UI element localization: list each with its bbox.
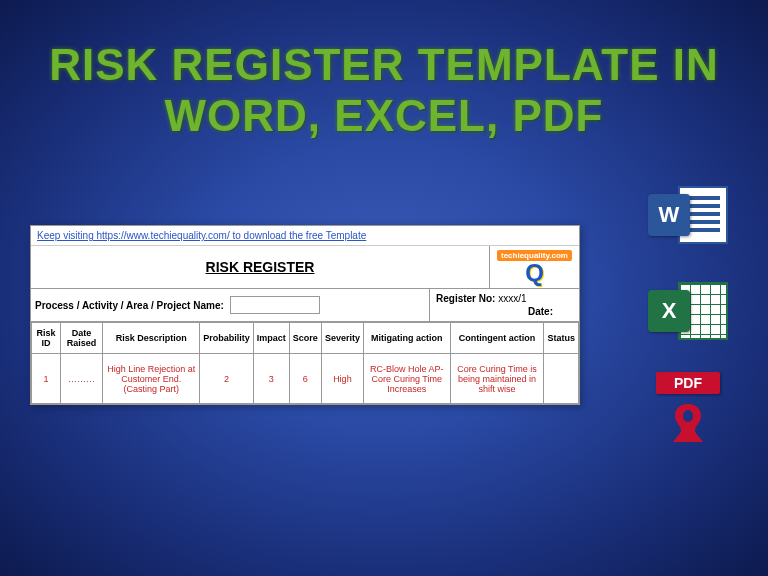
slide-background: RISK REGISTER TEMPLATE IN WORD, EXCEL, P… [0, 0, 768, 576]
brand-logo-letter: Q [525, 261, 544, 285]
file-type-icons: W X PDF [648, 180, 728, 452]
cell-mitigating: RC-Blow Hole AP-Core Curing Time Increas… [363, 354, 450, 404]
col-risk-id: Risk ID [32, 323, 61, 354]
cell-prob: 2 [200, 354, 254, 404]
slide-title: RISK REGISTER TEMPLATE IN WORD, EXCEL, P… [49, 40, 719, 141]
register-value: xxxx/1 [498, 293, 526, 304]
risk-table: Risk ID Date Raised Risk Description Pro… [31, 322, 579, 404]
col-probability: Probability [200, 323, 254, 354]
table-header-row: Risk ID Date Raised Risk Description Pro… [32, 323, 579, 354]
sheet-title: RISK REGISTER [31, 255, 489, 279]
adobe-logo-icon [663, 398, 713, 448]
register-label: Register No: [436, 293, 495, 304]
cell-desc: High Line Rejection at Customer End.(Cas… [103, 354, 200, 404]
download-link[interactable]: Keep visiting https://www.techiequality.… [31, 226, 579, 246]
meta-right: Register No: xxxx/1 Date: [429, 289, 579, 321]
table-row: 1 ……… High Line Rejection at Customer En… [32, 354, 579, 404]
risk-register-sheet: Keep visiting https://www.techiequality.… [30, 225, 580, 405]
col-impact: Impact [253, 323, 289, 354]
col-date-raised: Date Raised [60, 323, 102, 354]
word-icon: W [648, 180, 728, 260]
pdf-icon: PDF [648, 372, 728, 452]
brand-logo: techiequality.com Q [489, 246, 579, 288]
date-label: Date: [436, 306, 573, 317]
word-letter: W [648, 194, 690, 236]
col-severity: Severity [321, 323, 363, 354]
cell-id: 1 [32, 354, 61, 404]
title-line-2: WORD, EXCEL, PDF [49, 91, 719, 142]
cell-score: 6 [289, 354, 321, 404]
cell-date: ……… [60, 354, 102, 404]
pdf-label: PDF [656, 372, 720, 394]
meta-row: Process / Activity / Area / Project Name… [31, 289, 579, 322]
title-line-1: RISK REGISTER TEMPLATE IN [49, 40, 719, 89]
process-input[interactable] [230, 296, 320, 314]
col-mitigating: Mitigating action [363, 323, 450, 354]
cell-impact: 3 [253, 354, 289, 404]
process-label: Process / Activity / Area / Project Name… [35, 300, 224, 311]
cell-severity: High [321, 354, 363, 404]
register-row: Register No: xxxx/1 [436, 293, 573, 304]
cell-status [544, 354, 579, 404]
cell-contingent: Core Curing Time is being maintained in … [450, 354, 544, 404]
meta-left: Process / Activity / Area / Project Name… [31, 289, 429, 321]
sheet-header-row: RISK REGISTER techiequality.com Q [31, 246, 579, 289]
col-status: Status [544, 323, 579, 354]
excel-icon: X [648, 276, 728, 356]
col-score: Score [289, 323, 321, 354]
col-risk-desc: Risk Description [103, 323, 200, 354]
col-contingent: Contingent action [450, 323, 544, 354]
excel-letter: X [648, 290, 690, 332]
